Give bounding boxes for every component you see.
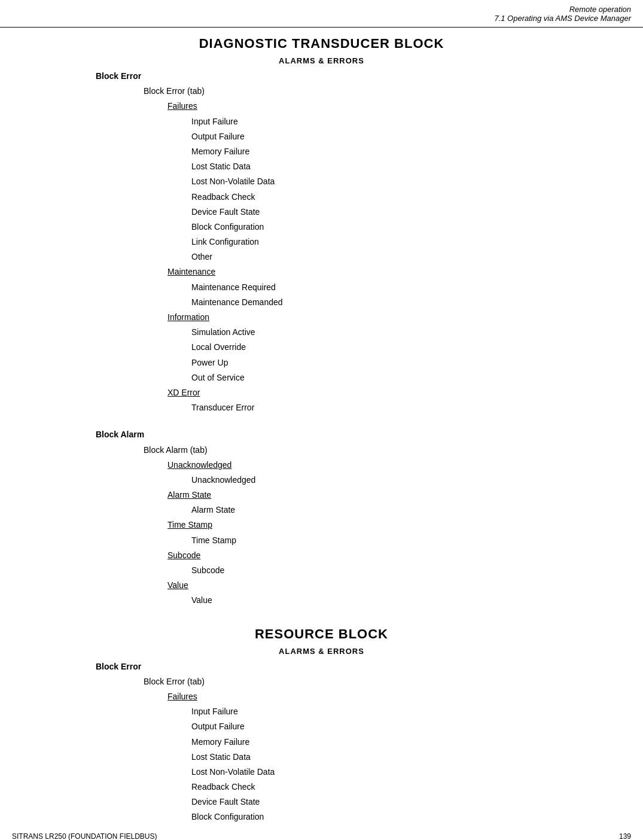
page-header: Remote operation 7.1 Operating via AMS D… <box>494 5 631 23</box>
s2-block-error-tab-label: Block Error (tab) <box>144 674 595 689</box>
unacknowledged-label: Unacknowledged <box>167 458 595 473</box>
failure-item-6: Device Fault State <box>191 205 595 220</box>
failure-item-4: Lost Non-Volatile Data <box>191 174 595 189</box>
block-alarm-label: Block Alarm <box>96 427 595 442</box>
failure-item-0: Input Failure <box>191 114 595 129</box>
header-divider <box>0 27 643 28</box>
unacknowledged-value: Unacknowledged <box>191 473 595 488</box>
information-label: Information <box>167 310 595 325</box>
section1-tree: Block Error Block Error (tab) Failures I… <box>48 69 595 608</box>
maintenance-label: Maintenance <box>167 264 595 279</box>
failure-item-2: Memory Failure <box>191 144 595 159</box>
section1-title: DIAGNOSTIC TRANSDUCER BLOCK <box>48 36 595 51</box>
section1-subsection: ALARMS & ERRORS <box>48 56 595 65</box>
time-stamp-value: Time Stamp <box>191 533 595 548</box>
failure-item-8: Link Configuration <box>191 235 595 249</box>
s2-failure-item-5: Readback Check <box>191 780 595 795</box>
subcode-value: Subcode <box>191 563 595 578</box>
time-stamp-label: Time Stamp <box>167 518 595 532</box>
section2-subsection: ALARMS & ERRORS <box>48 647 595 656</box>
s2-failures-label: Failures <box>167 689 595 704</box>
section2-tree: Block Error Block Error (tab) Failures I… <box>48 659 595 825</box>
alarm-state-label: Alarm State <box>167 488 595 503</box>
s2-failure-item-6: Device Fault State <box>191 795 595 809</box>
failure-item-7: Block Configuration <box>191 220 595 235</box>
s2-block-error-label: Block Error <box>96 659 595 674</box>
block-alarm-tab-label: Block Alarm (tab) <box>144 443 595 458</box>
s2-failure-item-3: Lost Static Data <box>191 750 595 765</box>
value-value: Value <box>191 593 595 608</box>
failure-item-9: Other <box>191 249 595 264</box>
s2-failure-item-2: Memory Failure <box>191 735 595 750</box>
block-error-label: Block Error <box>96 69 595 84</box>
s2-failure-item-0: Input Failure <box>191 704 595 719</box>
block-error-tab-label: Block Error (tab) <box>144 84 595 99</box>
failure-item-1: Output Failure <box>191 129 595 144</box>
header-line1: Remote operation <box>494 5 631 14</box>
page-footer: SITRANS LR250 (FOUNDATION FIELDBUS) Oper… <box>12 832 631 840</box>
xd-error-item-0: Transducer Error <box>191 400 595 415</box>
maintenance-item-0: Maintenance Required <box>191 280 595 295</box>
alarm-state-value: Alarm State <box>191 503 595 518</box>
information-item-3: Out of Service <box>191 370 595 385</box>
maintenance-item-1: Maintenance Demanded <box>191 295 595 310</box>
s2-failure-item-7: Block Configuration <box>191 809 595 824</box>
xd-error-label: XD Error <box>167 385 595 400</box>
section2-title: RESOURCE BLOCK <box>48 626 595 642</box>
s2-failure-item-1: Output Failure <box>191 719 595 734</box>
failure-item-5: Readback Check <box>191 190 595 205</box>
information-item-1: Local Override <box>191 340 595 355</box>
failure-item-3: Lost Static Data <box>191 159 595 174</box>
footer-page-number: 139 <box>619 832 631 840</box>
s2-failure-item-4: Lost Non-Volatile Data <box>191 765 595 780</box>
failures-label: Failures <box>167 99 595 114</box>
information-item-0: Simulation Active <box>191 325 595 340</box>
footer-left-line1: SITRANS LR250 (FOUNDATION FIELDBUS) <box>12 832 173 840</box>
value-label: Value <box>167 578 595 593</box>
subcode-label: Subcode <box>167 548 595 563</box>
footer-left: SITRANS LR250 (FOUNDATION FIELDBUS) Oper… <box>12 832 173 840</box>
header-line2: 7.1 Operating via AMS Device Manager <box>494 14 631 23</box>
information-item-2: Power Up <box>191 355 595 370</box>
